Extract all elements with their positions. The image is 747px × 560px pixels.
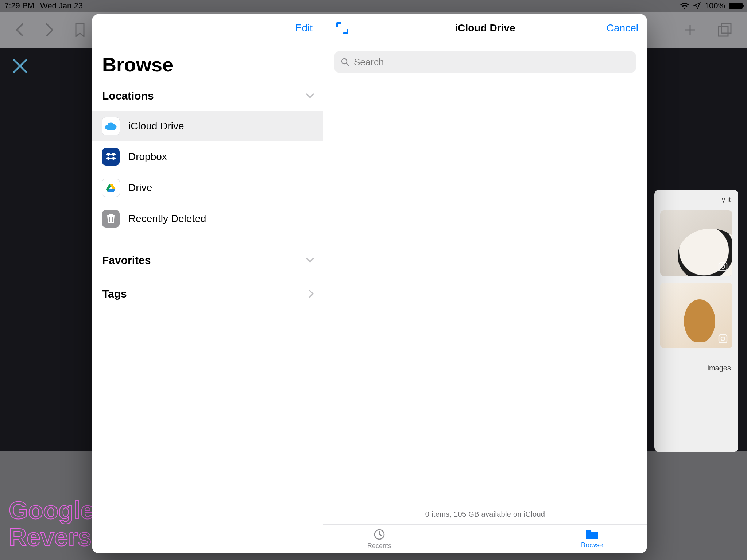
status-time: 7:29 PM [4,1,34,11]
favorites-header[interactable]: Favorites [92,249,323,272]
clock-icon [373,528,386,541]
tab-bar: Recents Browse [323,524,647,553]
main-title: iCloud Drive [455,22,515,34]
icloud-icon [102,117,120,135]
chevron-down-icon [305,257,315,264]
svg-rect-2 [719,27,728,36]
forward-icon[interactable] [44,23,55,37]
location-label: Recently Deleted [128,213,206,225]
location-label: Drive [128,182,152,194]
tab-recents[interactable]: Recents [367,528,391,550]
tab-label: Browse [581,541,603,549]
expand-icon[interactable] [335,21,349,35]
search-bar[interactable] [334,51,636,73]
tab-label: Recents [367,542,391,550]
storage-text: 0 items, 105 GB available on iCloud [323,510,647,518]
wifi-icon [680,2,689,9]
location-label: Dropbox [128,151,167,163]
file-picker-main: iCloud Drive Cancel 0 items, 105 GB avai… [323,14,647,553]
status-bar: 7:29 PM Wed Jan 23 100% [0,0,747,12]
svg-line-14 [346,63,349,66]
favorites-label: Favorites [102,254,151,267]
file-picker-modal: Edit Browse Locations iCloud Drive Dropb… [92,14,647,553]
status-date: Wed Jan 23 [40,1,83,11]
svg-point-7 [721,265,725,268]
tab-browse[interactable]: Browse [581,529,603,549]
location-icon [693,2,701,10]
location-google-drive[interactable]: Drive [92,172,323,203]
chevron-right-icon [308,289,315,299]
right-panel-text-top: y it [660,195,732,204]
folder-icon [585,529,599,540]
close-icon[interactable] [12,58,28,74]
trash-icon [102,210,120,228]
tabs-icon[interactable] [717,22,732,38]
location-dropbox[interactable]: Dropbox [92,141,323,172]
svg-point-9 [721,337,725,341]
right-panel: y it images [654,190,738,452]
google-drive-icon [102,179,120,197]
status-battery-pct: 100% [705,1,725,11]
file-picker-sidebar: Edit Browse Locations iCloud Drive Dropb… [92,14,323,553]
browse-title: Browse [92,42,323,85]
svg-rect-6 [719,262,727,271]
divider [660,357,732,357]
thumbnail-cat[interactable] [660,283,732,348]
thumbnail-dog[interactable] [660,210,732,276]
locations-label: Locations [102,90,154,102]
dropbox-icon [102,148,120,166]
edit-button[interactable]: Edit [295,22,313,34]
bookmark-icon[interactable] [74,23,85,37]
back-icon[interactable] [15,23,25,37]
new-tab-icon[interactable] [683,23,697,37]
location-recently-deleted[interactable]: Recently Deleted [92,203,323,234]
battery-icon [729,3,743,9]
chevron-down-icon [305,93,315,99]
lens-icon [718,261,728,272]
location-icloud-drive[interactable]: iCloud Drive [92,111,323,141]
svg-rect-3 [721,24,731,33]
locations-header[interactable]: Locations [92,85,323,107]
search-icon [341,58,349,66]
lens-icon [718,334,728,344]
location-label: iCloud Drive [128,120,184,132]
svg-rect-8 [719,335,727,343]
cancel-button[interactable]: Cancel [607,22,638,34]
tags-header[interactable]: Tags [92,283,323,305]
right-panel-text-bottom: images [660,364,732,372]
tags-label: Tags [102,288,127,300]
search-input[interactable] [354,57,630,68]
